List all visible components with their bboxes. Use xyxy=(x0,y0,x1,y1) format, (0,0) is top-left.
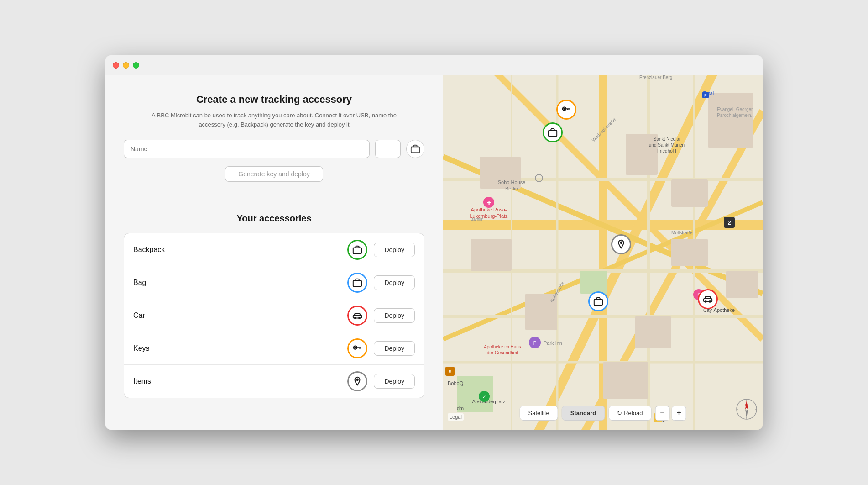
page-subtitle: A BBC Microbit can be used to track anyt… xyxy=(142,111,407,129)
svg-rect-37 xyxy=(671,179,708,207)
svg-rect-31 xyxy=(671,239,708,266)
svg-text:B: B xyxy=(449,369,451,374)
svg-point-5 xyxy=(355,317,356,319)
accessory-name-backpack: Backpack xyxy=(133,246,347,254)
svg-text:der Gesundheit: der Gesundheit xyxy=(487,350,518,355)
accessory-item-bag: Bag Deploy xyxy=(124,266,424,299)
titlebar xyxy=(105,55,763,75)
color-picker[interactable] xyxy=(375,140,401,158)
svg-text:Luxemburg-Platz: Luxemburg-Platz xyxy=(470,213,508,219)
svg-rect-28 xyxy=(708,93,753,148)
svg-rect-34 xyxy=(635,316,671,348)
reload-icon: ↻ xyxy=(617,410,622,416)
deploy-button-bag[interactable]: Deploy xyxy=(374,275,415,290)
svg-text:P: P xyxy=(704,93,707,98)
accessory-item-keys: Keys Deploy xyxy=(124,332,424,365)
map-panel: Wadzeckstraße Keibelstraße Mollstraße Ba… xyxy=(443,75,763,430)
accessory-item-car: Car Deploy xyxy=(124,299,424,332)
reload-button[interactable]: ↻ Reload xyxy=(608,406,651,421)
svg-text:dm: dm xyxy=(457,406,464,411)
svg-text:✓: ✓ xyxy=(482,394,486,399)
map-pin-keys[interactable] xyxy=(556,100,576,120)
zoom-in-button[interactable]: + xyxy=(671,406,686,421)
map-pin-backpack[interactable] xyxy=(543,122,563,142)
svg-text:und Sankt Marien: und Sankt Marien xyxy=(649,142,685,148)
accessory-icon-car xyxy=(347,306,367,326)
svg-text:P: P xyxy=(533,341,537,346)
legal-badge: Legal xyxy=(448,413,464,421)
page-title: Create a new tracking accessory xyxy=(196,94,352,105)
traffic-lights xyxy=(113,62,139,69)
standard-button[interactable]: Standard xyxy=(562,406,605,421)
svg-rect-3 xyxy=(353,280,361,286)
svg-rect-2 xyxy=(353,248,361,253)
maximize-button[interactable] xyxy=(133,62,139,69)
accessories-title: Your accessories xyxy=(124,213,424,224)
svg-point-85 xyxy=(564,108,565,110)
left-panel: Create a new tracking accessory A BBC Mi… xyxy=(105,75,443,430)
svg-rect-38 xyxy=(603,362,648,399)
svg-rect-30 xyxy=(626,134,658,175)
app-window: Create a new tracking accessory A BBC Mi… xyxy=(105,55,763,430)
svg-point-86 xyxy=(620,242,622,244)
icon-selector-button[interactable] xyxy=(406,140,424,158)
svg-text:Berlin: Berlin xyxy=(505,186,518,191)
minimize-button[interactable] xyxy=(123,62,129,69)
svg-text:Apotheke im Haus: Apotheke im Haus xyxy=(484,344,521,349)
svg-rect-29 xyxy=(471,239,512,271)
close-button[interactable] xyxy=(113,62,119,69)
svg-marker-89 xyxy=(745,409,748,418)
svg-text:2: 2 xyxy=(727,219,731,226)
accessory-icon-backpack xyxy=(347,240,367,260)
accessory-icon-bag xyxy=(347,273,367,293)
svg-point-8 xyxy=(355,347,356,348)
svg-text:Prenzlauer Berg: Prenzlauer Berg xyxy=(639,75,672,80)
svg-text:N: N xyxy=(745,403,748,407)
svg-point-83 xyxy=(709,301,711,302)
compass: N xyxy=(735,398,758,421)
svg-text:Friedhof I: Friedhof I xyxy=(657,148,676,153)
input-row xyxy=(124,140,424,158)
accessory-item-backpack: Backpack Deploy xyxy=(124,233,424,266)
deploy-button-keys[interactable]: Deploy xyxy=(374,341,415,356)
briefcase-icon xyxy=(410,144,420,154)
accessories-list: Backpack Deploy Bag xyxy=(124,233,424,398)
accessory-name-bag: Bag xyxy=(133,279,347,287)
svg-point-82 xyxy=(705,301,706,302)
zoom-out-button[interactable]: − xyxy=(655,406,669,421)
map-pin-car[interactable] xyxy=(698,289,718,309)
map-pin-bag[interactable] xyxy=(588,291,608,311)
svg-text:Soho House: Soho House xyxy=(498,179,526,185)
accessory-item-items: Items Deploy xyxy=(124,365,424,398)
accessory-icon-keys xyxy=(347,338,367,358)
map-pin-items[interactable] xyxy=(611,234,631,254)
svg-text:Parochialgemein...: Parochialgemein... xyxy=(717,113,755,118)
accessories-section: Your accessories Backpack Deploy xyxy=(124,213,424,421)
svg-text:Mollstraße: Mollstraße xyxy=(671,230,693,235)
svg-rect-80 xyxy=(594,299,602,305)
svg-rect-79 xyxy=(549,130,557,136)
section-divider xyxy=(124,200,424,200)
name-input[interactable] xyxy=(124,140,370,158)
map-controls: Satellite Standard ↻ Reload − + xyxy=(520,406,686,421)
map-svg: Wadzeckstraße Keibelstraße Mollstraße Ba… xyxy=(443,75,763,430)
svg-rect-33 xyxy=(580,271,607,294)
zoom-controls: − + xyxy=(655,406,686,421)
main-content: Create a new tracking accessory A BBC Mi… xyxy=(105,75,763,430)
svg-point-6 xyxy=(359,317,361,319)
deploy-button-car[interactable]: Deploy xyxy=(374,308,415,323)
deploy-button-items[interactable]: Deploy xyxy=(374,374,415,389)
satellite-button[interactable]: Satellite xyxy=(520,406,558,421)
accessory-name-car: Car xyxy=(133,311,347,320)
deploy-button-backpack[interactable]: Deploy xyxy=(374,242,415,257)
form-section: Create a new tracking accessory A BBC Mi… xyxy=(124,94,424,182)
svg-text:Sankt Nicolai: Sankt Nicolai xyxy=(654,137,680,142)
svg-text:Alexanderplatz: Alexanderplatz xyxy=(472,399,506,404)
accessory-name-items: Items xyxy=(133,377,347,385)
svg-text:✚: ✚ xyxy=(487,200,491,206)
svg-rect-35 xyxy=(726,271,758,298)
generate-deploy-button[interactable]: Generate key and deploy xyxy=(225,166,323,182)
svg-text:Park Inn: Park Inn xyxy=(544,340,562,346)
svg-rect-0 xyxy=(411,147,419,153)
svg-text:Evangel. Georgen-: Evangel. Georgen- xyxy=(717,107,755,112)
